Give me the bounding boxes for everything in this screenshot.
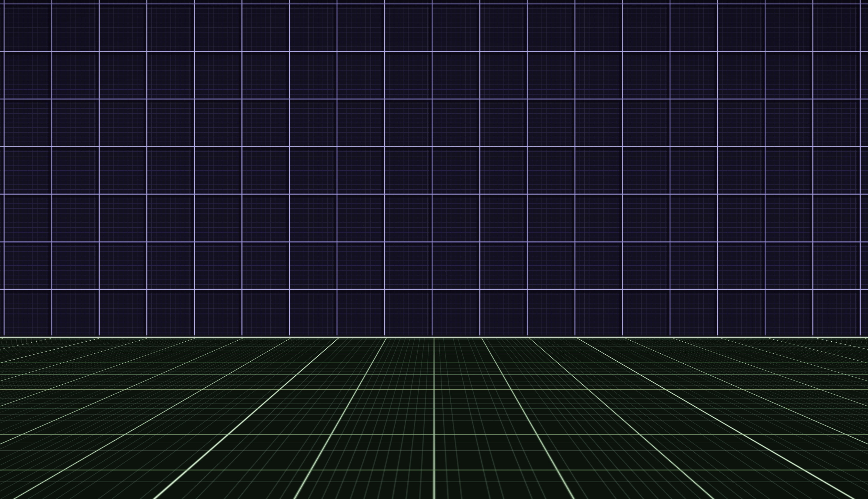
floor-area xyxy=(0,338,868,499)
wall-grid xyxy=(0,0,868,338)
horizon-shadow-band xyxy=(0,335,868,337)
floor-grid-plane xyxy=(0,338,868,499)
horizon-line xyxy=(0,337,868,338)
wall-noise-specks xyxy=(0,0,0,0)
synthwave-room-background xyxy=(0,0,868,499)
